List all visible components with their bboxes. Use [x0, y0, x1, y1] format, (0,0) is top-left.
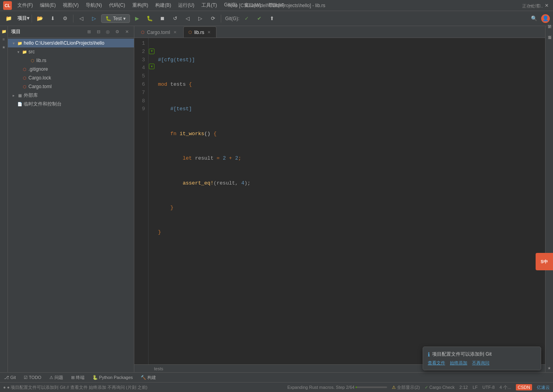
bottom-todo[interactable]: ☑ TODO [22, 373, 43, 382]
left-icon-project[interactable]: 📁 [0, 28, 8, 35]
fold-button-2[interactable]: ▾ [149, 49, 154, 54]
status-encoding[interactable]: UTF-8 [482, 385, 495, 390]
test-icon: 🐛 [105, 16, 111, 21]
right-icon-2[interactable]: 数据库 [546, 39, 553, 46]
tree-collapse-btn[interactable]: ⊟ [94, 28, 102, 36]
status-warnings[interactable]: ⚠ 全部显示(2) [392, 384, 419, 390]
warning-text: 全部显示(2) [397, 384, 419, 390]
menu-item-U[interactable]: 运行(U) [175, 1, 198, 9]
line-num-7: 7 [134, 89, 145, 97]
status-csdn[interactable]: CSDN [516, 384, 532, 390]
tab-bar: ⬡ Cargo.toml ✕ ⬡ lib.rs ✕ 正在处理... [134, 26, 545, 38]
tree-item-src[interactable]: ▾ 📁 src [8, 47, 134, 56]
bottom-build-label: 构建 [147, 375, 156, 381]
toolbar-run-btn[interactable]: ▶ [132, 13, 143, 24]
status-cursor[interactable]: 2:12 [459, 385, 468, 390]
fold-gutter: ▾ ▾ [149, 38, 155, 364]
status-indent[interactable]: 4 个... [499, 384, 511, 390]
toolbar-stop-btn[interactable]: ⏹ [157, 13, 168, 24]
notification-title-text: 项目配置文件可以添加到 Git [432, 351, 492, 358]
tree-item-gitignore[interactable]: ▸ ⬡ .gitignore [8, 65, 134, 74]
fold-7 [149, 86, 155, 94]
tree-item-cargolock[interactable]: ▸ ⬡ Cargo.lock [8, 74, 134, 82]
editor-area: ⬡ Cargo.toml ✕ ⬡ lib.rs ✕ 正在处理... 1 2 3 … [134, 26, 545, 372]
tab-lib-rs[interactable]: ⬡ lib.rs ✕ [183, 26, 216, 38]
tree-item-scratch[interactable]: ▸ 📄 临时文件和控制台 [8, 100, 134, 108]
fold-2[interactable]: ▾ [149, 48, 155, 55]
notification-dont-ask[interactable]: 不再询问 [472, 360, 489, 366]
main-toolbar: 📁 项目▾ 📂 ⬇ ⚙ ◁ ▷ 🐛 Test ▾ ▶ 🐛 ⏹ ↺ ◁ ▷ ⟳ G… [0, 11, 553, 26]
line-num-2: 2 [134, 48, 145, 56]
tree-item-cargotoml[interactable]: ▸ ⬡ Cargo.toml [8, 82, 134, 91]
notification-always-add[interactable]: 始终添加 [450, 360, 467, 366]
notification-view-files[interactable]: 查看文件 [428, 360, 445, 366]
csdn-floating-badge[interactable]: S中 [536, 253, 553, 270]
right-icon-3[interactable]: ★ [546, 365, 553, 372]
toolbar-settings-btn[interactable]: ⚙ [60, 13, 71, 24]
bottom-git[interactable]: ⎇ Git [2, 373, 17, 382]
toolbar-nav2-btn[interactable]: ▷ [195, 13, 206, 24]
bottom-build[interactable]: 🔨 构建 [139, 373, 158, 382]
src-folder-icon: 📁 [22, 49, 27, 55]
status-cargo-check[interactable]: ✓ Cargo Check [425, 385, 455, 390]
left-sidebar-icons: 📁 ≡ ★ [0, 26, 8, 372]
test-run-button[interactable]: 🐛 Test ▾ [101, 14, 130, 23]
tree-close-btn[interactable]: ✕ [123, 28, 131, 36]
toolbar-project-icon[interactable]: 📁 [3, 13, 14, 24]
todo-icon: ☑ [24, 375, 28, 380]
status-yiyun[interactable]: 亿速云 [537, 384, 550, 390]
git-check-btn[interactable]: ✓ [241, 13, 252, 24]
menu-item-E[interactable]: 编辑(E) [37, 1, 59, 9]
toolbar-new-btn[interactable]: ⬇ [47, 13, 58, 24]
menu-item-T[interactable]: 工具(T) [198, 1, 220, 9]
menu-item-V[interactable]: 视图(V) [60, 1, 82, 9]
user-icon-btn[interactable]: 👤 [541, 14, 550, 23]
fold-9 [149, 103, 155, 111]
line-num-1: 1 [134, 40, 145, 48]
line-num-6: 6 [134, 81, 145, 89]
line-num-5: 5 [134, 72, 145, 81]
toolbar-reload-btn[interactable]: ↺ [169, 13, 181, 24]
tree-item-extlibs[interactable]: ▸ ▦ 外部库 [8, 91, 134, 100]
tree-expand-btn[interactable]: ⊞ [85, 28, 93, 36]
tab-cargo-toml[interactable]: ⬡ Cargo.toml ✕ [136, 26, 182, 38]
menu-item-F[interactable]: 文件(F) [14, 1, 36, 9]
left-icon-bookmark[interactable]: ★ [0, 43, 8, 51]
right-icon-1[interactable]: 调试器 [546, 28, 553, 35]
menu-item-C[interactable]: 代码(C) [106, 1, 128, 9]
cursor-pos-text: 2:12 [459, 385, 468, 390]
bottom-terminal[interactable]: ⊞ 终端 [70, 373, 86, 382]
toolbar-back-btn[interactable]: ◁ [76, 13, 87, 24]
code-line-3: #[test] [158, 105, 542, 113]
status-git-msg[interactable]: ● ● 项目配置文件可以添加到 Git // 查看文件 始终添加 不再询问 (片… [3, 384, 147, 390]
fold-4[interactable]: ▾ [149, 63, 155, 70]
status-line-ending[interactable]: LF [472, 385, 478, 390]
menu-item-N[interactable]: 导航(N) [83, 1, 105, 9]
editor-content[interactable]: 1 2 3 4 5 6 7 8 9 ▾ ▾ [134, 38, 545, 364]
tree-locate-btn[interactable]: ◎ [104, 28, 112, 36]
menu-item-B[interactable]: 构建(B) [152, 1, 174, 9]
toolbar-folder-btn[interactable]: 📂 [34, 13, 45, 24]
toolbar-forward-btn[interactable]: ▷ [88, 13, 100, 24]
tree-settings-btn[interactable]: ⚙ [113, 28, 121, 36]
fold-button-4[interactable]: ▾ [149, 64, 154, 69]
toolbar-nav1-btn[interactable]: ◁ [182, 13, 193, 24]
tree-spacer-cargolock: ▸ [16, 75, 21, 80]
search-everywhere-btn[interactable]: 🔍 [529, 13, 540, 24]
project-label[interactable]: 项目▾ [17, 15, 29, 22]
line-ending-text: LF [472, 385, 478, 390]
toolbar-debug-btn[interactable]: 🐛 [144, 13, 155, 24]
menu-item-R[interactable]: 重构(R) [129, 1, 152, 9]
git-push-btn[interactable]: ⬆ [266, 13, 277, 24]
toolbar-history-btn[interactable]: ⟳ [207, 13, 218, 24]
tab-lib-rs-close[interactable]: ✕ [207, 30, 211, 35]
git-check2-btn[interactable]: ✔ [254, 13, 265, 24]
tree-item-librs[interactable]: ▸ ⬡ lib.rs [8, 56, 134, 65]
bottom-python-packages[interactable]: 🐍 Python Packages [91, 373, 135, 382]
tab-cargo-toml-close[interactable]: ✕ [173, 30, 177, 35]
left-icon-structure[interactable]: ≡ [0, 36, 8, 43]
tree-item-root[interactable]: ▾ 📁 hello C:\Users\dell\CLionProjects\he… [8, 39, 134, 47]
code-area[interactable]: #[cfg(test)] mod tests { #[test] fn it_w… [155, 38, 545, 364]
close-button[interactable]: ✕ [544, 2, 550, 9]
bottom-problems[interactable]: ⚠ 问题 [48, 373, 65, 382]
